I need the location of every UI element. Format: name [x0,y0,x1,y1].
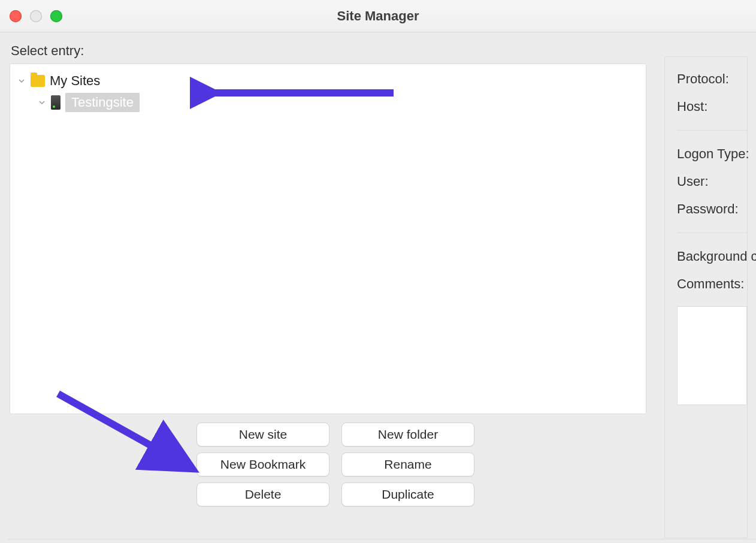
tree-site-label[interactable]: Testingsite [65,93,140,112]
close-window-button[interactable] [10,10,22,22]
new-folder-button[interactable]: New folder [341,423,474,447]
server-icon [51,95,61,110]
tree-row-site[interactable]: Testingsite [17,92,639,113]
protocol-label: Protocol: [677,71,747,87]
window-title: Site Manager [0,8,756,24]
comments-textarea[interactable] [677,306,747,405]
password-label: Password: [677,201,747,217]
site-tree[interactable]: My Sites Testingsite [10,64,646,414]
chevron-down-icon[interactable] [17,77,26,85]
logon-type-label: Logon Type: [677,146,747,162]
folder-icon [31,75,45,87]
content-area: Select entry: My Sites Testingsite [0,32,756,538]
svg-line-1 [58,394,187,466]
new-bookmark-button[interactable]: New Bookmark [196,452,329,476]
divider [677,233,747,233]
left-pane: Select entry: My Sites Testingsite [10,41,646,538]
footer-divider [8,539,756,539]
tree-row-root[interactable]: My Sites [17,70,639,92]
tree-root-label: My Sites [50,73,100,89]
select-entry-label: Select entry: [11,43,646,59]
delete-button[interactable]: Delete [196,482,329,506]
divider [677,130,747,131]
comments-label: Comments: [677,276,747,292]
site-actions: New site New folder New Bookmark Rename … [196,423,646,506]
new-site-button[interactable]: New site [196,423,329,447]
user-label: User: [677,174,747,189]
duplicate-button[interactable]: Duplicate [341,482,474,506]
traffic-lights [10,10,62,22]
minimize-window-button[interactable] [30,10,42,22]
rename-button[interactable]: Rename [341,452,474,476]
fullscreen-window-button[interactable] [50,10,62,22]
background-color-label: Background color: [677,249,747,264]
right-pane: Protocol: Host: Logon Type: User: Passwo… [664,56,748,538]
titlebar: Site Manager [0,0,756,32]
chevron-down-icon[interactable] [38,98,46,107]
host-label: Host: [677,99,747,114]
annotation-arrow-icon [40,388,208,508]
